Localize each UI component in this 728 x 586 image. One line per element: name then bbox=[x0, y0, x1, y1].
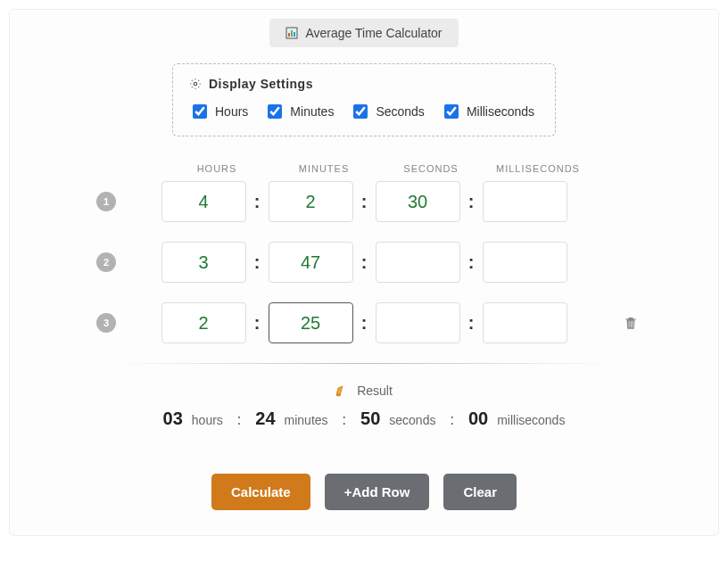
app-title: Average Time Calculator bbox=[305, 26, 442, 40]
result-hours-unit: hours bbox=[192, 413, 223, 427]
settings-heading-row: Display Settings bbox=[189, 77, 539, 91]
time-row: 3::: bbox=[123, 302, 605, 343]
hours-input[interactable] bbox=[161, 302, 246, 343]
display-settings-box: Display Settings Hours Minutes Seconds M… bbox=[172, 63, 556, 136]
row-badge: 1 bbox=[96, 192, 116, 211]
result-seconds-unit: seconds bbox=[389, 413, 435, 427]
result-minutes-unit: minutes bbox=[285, 413, 328, 427]
result-heading-row: Result bbox=[28, 384, 700, 398]
option-milliseconds-label: Milliseconds bbox=[467, 104, 534, 119]
hours-input[interactable] bbox=[161, 181, 246, 222]
header-hours: HOURS bbox=[175, 163, 260, 174]
time-separator: : bbox=[460, 313, 483, 334]
svg-rect-1 bbox=[288, 33, 290, 37]
hours-input[interactable] bbox=[161, 242, 246, 283]
seconds-input[interactable] bbox=[376, 302, 460, 343]
header-milliseconds: MILLISECONDS bbox=[496, 163, 581, 174]
seconds-input[interactable] bbox=[376, 242, 460, 283]
time-grid: HOURS MINUTES SECONDS MILLISECONDS 1:::2… bbox=[123, 163, 605, 343]
option-hours-label: Hours bbox=[215, 104, 248, 119]
header-minutes: MINUTES bbox=[282, 163, 367, 174]
column-headers: HOURS MINUTES SECONDS MILLISECONDS bbox=[123, 163, 605, 174]
milliseconds-input[interactable] bbox=[483, 181, 567, 222]
svg-rect-2 bbox=[291, 30, 293, 37]
result-sep: : bbox=[343, 412, 346, 428]
settings-heading: Display Settings bbox=[209, 77, 313, 91]
checkbox-hours[interactable] bbox=[193, 104, 207, 119]
add-row-button[interactable]: +Add Row bbox=[325, 474, 430, 510]
time-separator: : bbox=[353, 313, 376, 334]
row-badge: 3 bbox=[96, 313, 116, 333]
divider bbox=[114, 363, 614, 364]
clear-button[interactable]: Clear bbox=[443, 474, 517, 510]
option-minutes[interactable]: Minutes bbox=[264, 102, 334, 121]
result-seconds-value: 50 bbox=[360, 409, 380, 429]
chart-icon bbox=[285, 27, 298, 39]
option-minutes-label: Minutes bbox=[290, 104, 334, 119]
button-row: Calculate +Add Row Clear bbox=[28, 474, 700, 510]
result-sep: : bbox=[450, 412, 453, 428]
seconds-input[interactable] bbox=[376, 181, 460, 222]
result-sep: : bbox=[237, 412, 241, 428]
option-milliseconds[interactable]: Milliseconds bbox=[441, 102, 534, 121]
calculator-card: Average Time Calculator Display Settings… bbox=[9, 9, 719, 536]
minutes-input[interactable] bbox=[269, 181, 353, 222]
time-separator: : bbox=[353, 252, 376, 273]
trash-icon[interactable] bbox=[623, 314, 639, 332]
result-milliseconds-value: 00 bbox=[468, 409, 488, 429]
app-title-pill: Average Time Calculator bbox=[269, 19, 458, 47]
minutes-input[interactable] bbox=[269, 242, 353, 283]
result-minutes-value: 24 bbox=[255, 409, 275, 429]
settings-options: Hours Minutes Seconds Milliseconds bbox=[189, 102, 539, 121]
minutes-input[interactable] bbox=[269, 302, 353, 343]
row-badge: 2 bbox=[96, 252, 116, 272]
svg-point-5 bbox=[336, 394, 340, 396]
checkbox-seconds[interactable] bbox=[353, 104, 368, 119]
gear-icon bbox=[189, 78, 202, 90]
time-separator: : bbox=[353, 192, 376, 212]
checkbox-minutes[interactable] bbox=[268, 104, 282, 119]
checkbox-milliseconds[interactable] bbox=[444, 104, 459, 119]
time-row: 1::: bbox=[123, 181, 605, 222]
svg-point-4 bbox=[194, 82, 197, 86]
time-separator: : bbox=[460, 252, 483, 273]
result-hours-value: 03 bbox=[163, 409, 183, 429]
time-separator: : bbox=[246, 252, 269, 273]
result-line: 03 hours : 24 minutes : 50 seconds : 00 … bbox=[28, 409, 700, 429]
time-separator: : bbox=[460, 192, 483, 212]
option-seconds-label: Seconds bbox=[376, 104, 424, 119]
time-row: 2::: bbox=[123, 242, 605, 283]
time-separator: : bbox=[246, 192, 269, 212]
calculate-button[interactable]: Calculate bbox=[211, 474, 310, 510]
time-separator: : bbox=[246, 313, 269, 334]
svg-rect-3 bbox=[294, 32, 295, 37]
milliseconds-input[interactable] bbox=[483, 302, 567, 343]
cake-icon bbox=[335, 384, 350, 397]
option-seconds[interactable]: Seconds bbox=[350, 102, 424, 121]
result-heading: Result bbox=[357, 384, 393, 398]
header-seconds: SECONDS bbox=[389, 163, 474, 174]
option-hours[interactable]: Hours bbox=[189, 102, 248, 121]
result-milliseconds-unit: milliseconds bbox=[497, 413, 565, 427]
milliseconds-input[interactable] bbox=[483, 242, 567, 283]
